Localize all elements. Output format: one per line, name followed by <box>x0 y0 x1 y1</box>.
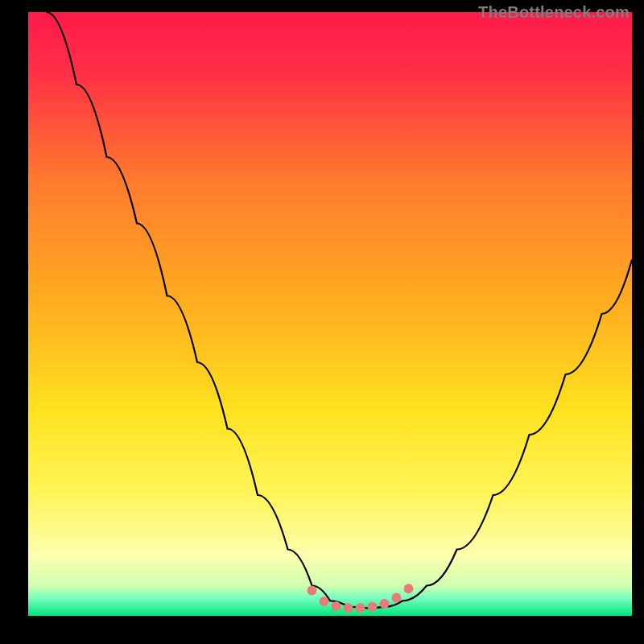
trough-dot <box>404 584 414 593</box>
watermark-text: TheBottleneck.com <box>478 3 630 22</box>
trough-dot <box>380 599 390 609</box>
gradient-background <box>28 12 632 616</box>
trough-dot <box>392 593 402 603</box>
chart-frame: TheBottleneck.com <box>0 0 644 644</box>
trough-dot <box>308 586 317 596</box>
trough-dot <box>332 601 341 611</box>
chart-plot <box>28 12 632 616</box>
trough-dot <box>344 603 353 613</box>
trough-dot <box>320 597 329 606</box>
trough-dot <box>356 603 365 613</box>
trough-dot <box>368 602 378 612</box>
